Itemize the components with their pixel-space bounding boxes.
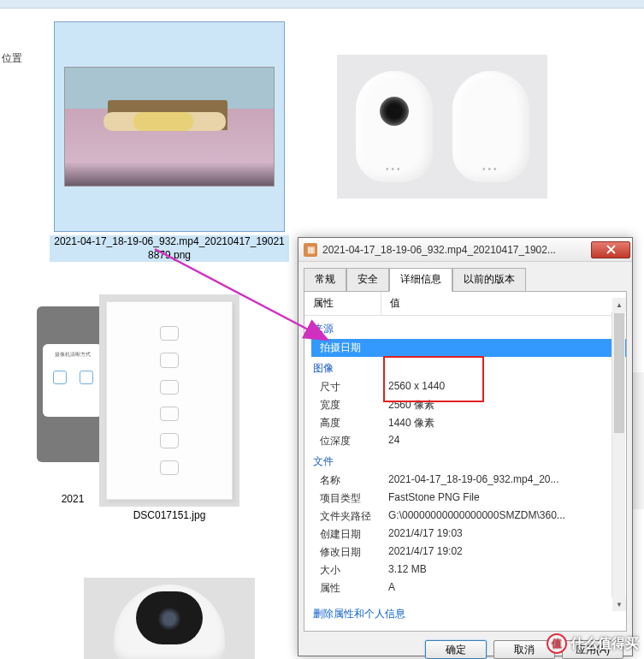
dialog-titlebar[interactable]: ▦ 2021-04-17_18-19-06_932.mp4_20210417_1… [298, 238, 632, 262]
prop-size[interactable]: 大小3.12 MB [304, 561, 626, 579]
scroll-up-button[interactable]: ▲ [612, 298, 626, 312]
thumbnail-box[interactable]: DSC017151.jpg [50, 295, 289, 523]
prop-attributes[interactable]: 属性A [304, 579, 626, 597]
ptz-camera-preview [84, 578, 255, 659]
properties-dialog: ▦ 2021-04-17_18-19-06_932.mp4_20210417_1… [298, 237, 633, 656]
thumbnail-selected[interactable]: 2021-04-17_18-19-06_932.mp4_20210417_190… [50, 21, 289, 262]
close-button[interactable] [591, 241, 630, 258]
tab-security[interactable]: 安全 [346, 268, 389, 292]
scroll-down-button[interactable]: ▼ [612, 597, 626, 611]
tab-details[interactable]: 详细信息 [389, 268, 452, 292]
prop-created[interactable]: 创建日期2021/4/17 19:03 [304, 525, 626, 543]
prop-type[interactable]: 项目类型FastStone PNG File [304, 490, 626, 508]
dialog-tabs: 常规 安全 详细信息 以前的版本 [298, 262, 632, 291]
prop-bitdepth[interactable]: 位深度24 [304, 432, 626, 450]
prop-name[interactable]: 名称2021-04-17_18-19-06_932.mp4_20... [304, 472, 626, 490]
file-type-icon: ▦ [304, 243, 317, 257]
dialog-title: 2021-04-17_18-19-06_932.mp4_20210417_190… [322, 244, 591, 256]
column-value[interactable]: 值 [381, 292, 626, 315]
dialog-body: 属性 值 来源 拍摄日期 图像 尺寸2560 x 1440 宽度2560 像素 … [304, 291, 627, 632]
sidebar-location-label[interactable]: 位置 [0, 51, 30, 66]
thumbnail-ptz-camera[interactable] [50, 578, 289, 659]
box-photo-preview [106, 301, 233, 500]
close-icon [606, 245, 616, 254]
ok-button[interactable]: 确定 [425, 640, 487, 659]
thumbnail-caption: 2021-04-17_18-19-06_932.mp4_20210417_190… [50, 235, 289, 262]
prop-dimensions[interactable]: 尺寸2560 x 1440 [304, 378, 626, 396]
scrollbar-track[interactable]: ▲ ▼ [612, 312, 625, 597]
property-list[interactable]: 来源 拍摄日期 图像 尺寸2560 x 1440 宽度2560 像素 高度144… [304, 316, 626, 598]
watermark-text: 什么值得买 [570, 635, 639, 653]
watermark: 值 什么值得买 [547, 633, 639, 654]
prop-folder[interactable]: 文件夹路径G:\00000000000000000SMZDM\360... [304, 508, 626, 525]
scrollbar-thumb[interactable] [614, 313, 624, 433]
group-origin: 来源 [304, 318, 626, 339]
prop-date-taken[interactable]: 拍摄日期 [311, 339, 626, 357]
thumbnail-caption: DSC017151.jpg [50, 509, 289, 523]
bedroom-photo-preview [64, 67, 275, 187]
remove-properties-link[interactable]: 删除属性和个人信息 [304, 598, 626, 626]
watermark-logo-icon: 值 [547, 633, 567, 654]
column-attribute[interactable]: 属性 [304, 292, 381, 315]
prop-modified[interactable]: 修改日期2021/4/17 19:02 [304, 543, 626, 561]
toolbar-strip [0, 0, 644, 9]
camera-photo-preview [337, 55, 547, 199]
group-image: 图像 [304, 357, 626, 378]
prop-width[interactable]: 宽度2560 像素 [304, 396, 626, 414]
property-list-header[interactable]: 属性 值 [304, 292, 626, 316]
tab-general[interactable]: 常规 [304, 268, 346, 292]
prop-height[interactable]: 高度1440 像素 [304, 414, 626, 432]
tab-previous-versions[interactable]: 以前的版本 [452, 268, 526, 292]
group-file: 文件 [304, 450, 626, 472]
thumbnail-camera[interactable] [322, 21, 562, 235]
